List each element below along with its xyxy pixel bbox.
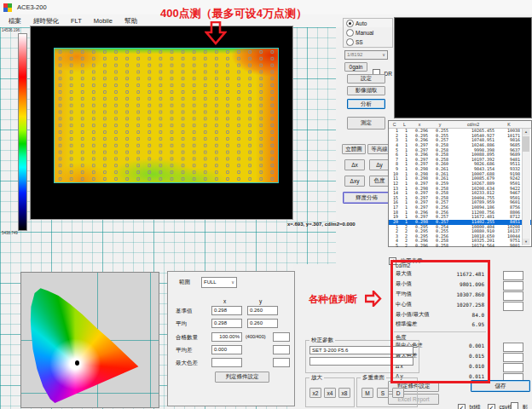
range-value: 1/8192 xyxy=(347,51,362,59)
solid-view-button[interactable]: 立體圖 xyxy=(342,144,366,154)
zoom-button-x2[interactable]: x2 xyxy=(309,388,321,398)
pass-count-field: 100.00% xyxy=(211,332,242,342)
table-header-cell: L xyxy=(400,122,409,127)
zoom-button-group: x2x4x8 xyxy=(309,388,350,398)
zero-gain-button[interactable]: 0gain xyxy=(344,62,367,72)
zoom-label: 放大 xyxy=(309,374,324,381)
annotation-right-arrow-icon xyxy=(365,291,382,307)
menu-item[interactable]: 檔案 xyxy=(3,15,27,27)
multi-screen-button-d[interactable]: D xyxy=(392,388,404,398)
judge-condition-button[interactable]: 判定條件設定 xyxy=(215,372,269,383)
delta-y-button[interactable]: Δy xyxy=(369,159,390,170)
range-dropdown[interactable]: 1/8192 ∨ xyxy=(344,50,388,60)
table-header-cell: x xyxy=(409,122,430,127)
mode-radio-ss[interactable]: SS xyxy=(346,38,363,46)
colorbar-max-label: 14536.196 xyxy=(2,28,20,32)
reference-y-field[interactable]: 0.260 xyxy=(247,306,278,315)
table-header-cell: y xyxy=(430,122,450,127)
table-row[interactable]: 520.2960.25810174.5649801 xyxy=(389,244,531,249)
judge-indicator-box xyxy=(503,343,523,352)
scrollbar-thumb[interactable] xyxy=(523,136,529,152)
image-file-checkbox-row[interactable]: 影像檔 xyxy=(511,397,532,409)
col-y-header: y xyxy=(259,298,262,304)
delta-xy-button[interactable]: Δxy xyxy=(344,176,365,187)
heatmap-panel[interactable] xyxy=(30,26,293,220)
table-cell: 0.296 xyxy=(409,244,430,249)
avg-diff-field: 0.000 xyxy=(211,345,242,354)
judge-indicator-box xyxy=(503,363,523,372)
table-header-cell: C xyxy=(389,122,400,127)
average-x-field[interactable]: 0.298 xyxy=(211,319,242,328)
cie-horseshoe-whitepoint xyxy=(30,279,149,404)
table-header-cell: K xyxy=(496,122,522,127)
chevron-down-icon: ∨ xyxy=(382,51,385,59)
image-file-checkbox[interactable] xyxy=(511,402,518,409)
reference-label: 基準值 xyxy=(176,308,193,315)
settings-button[interactable]: 設定 xyxy=(347,74,385,84)
csv-file-checkbox[interactable]: ✓ xyxy=(488,404,495,409)
app-window: ACE3-200 檔案經時變化FLTMobile幫助 14536.196 543… xyxy=(0,0,532,409)
radio-icon[interactable] xyxy=(346,29,354,37)
radio-icon[interactable] xyxy=(346,38,354,46)
table-cell: 0.258 xyxy=(430,244,450,249)
mode-radio-label: Auto xyxy=(356,20,367,26)
mode-radio-auto[interactable]: Auto xyxy=(346,20,367,27)
max-color-diff-label: 最大色差 xyxy=(176,360,198,367)
table-cell: 9801 xyxy=(496,244,522,249)
capture-button[interactable]: 影像擷取 xyxy=(347,86,385,95)
mode-radio-manual[interactable]: Manual xyxy=(346,29,373,37)
window-title: ACE3-200 xyxy=(17,3,47,11)
pass-count-detail: (400/400) xyxy=(246,334,266,339)
multi-screen-button-s[interactable]: S xyxy=(377,388,389,398)
chevron-down-icon: ∨ xyxy=(231,279,234,286)
pass-count-label: 合格數量 xyxy=(176,334,198,342)
txt-file-checkbox[interactable]: ✓ xyxy=(458,404,466,409)
zoom-button-x8[interactable]: x8 xyxy=(338,388,350,398)
colorbar-gradient xyxy=(18,33,27,231)
scroll-up-icon[interactable]: ▲ xyxy=(523,129,529,135)
multi-screen-label: 多重畫面 xyxy=(361,374,386,381)
multi-screen-button-group: MSD xyxy=(361,388,404,398)
max-color-diff-field xyxy=(211,358,242,367)
judge-indicator-box xyxy=(503,281,523,291)
analyze-button[interactable]: 分析 xyxy=(347,99,385,109)
cie-measurement-dot xyxy=(75,360,79,366)
txt-file-label: txt檔 xyxy=(469,404,480,409)
judge-indicator-box xyxy=(503,353,523,362)
zoom-button-x4[interactable]: x4 xyxy=(324,388,336,398)
measurement-table-body: 110.2960.25510265.45510038210.2950.25510… xyxy=(389,129,531,249)
cie-gridline-horizontal xyxy=(21,393,159,394)
multi-screen-button-m[interactable]: M xyxy=(361,388,373,398)
measure-button[interactable]: 測定 xyxy=(347,117,385,130)
luminance-dist-button[interactable]: 輝度分佈 xyxy=(343,192,390,204)
mode-radio-label: Manual xyxy=(356,30,373,36)
calibration-label: 校正參數 xyxy=(309,337,335,343)
txt-file-checkbox-row[interactable]: ✓ txt檔 xyxy=(458,397,481,409)
mode-radio-group: AutoManualSS xyxy=(346,20,373,46)
table-header-cell: cd/m2 xyxy=(450,122,496,127)
range-select-value: FULL xyxy=(204,279,217,286)
table-scrollbar[interactable]: ▲ ▼ xyxy=(522,129,530,245)
judge-indicator-box xyxy=(273,358,290,367)
range-select-label: 範圍 xyxy=(179,279,190,286)
camera-preview xyxy=(394,17,532,118)
range-select-dropdown[interactable]: FULL ∨ xyxy=(201,277,237,288)
measurement-points-grid xyxy=(55,49,278,182)
reference-x-field[interactable]: 0.298 xyxy=(211,306,242,315)
annotation-down-arrow-icon xyxy=(205,21,227,45)
measurement-table: CLxycd/m2K 110.2960.25510265.45510038210… xyxy=(388,120,532,247)
annotation-top-text: 400点测（最多可设4万点测） xyxy=(160,6,307,21)
radio-icon[interactable] xyxy=(346,20,354,27)
mode-radio-label: SS xyxy=(356,39,363,45)
table-cell: 5 xyxy=(389,244,400,249)
csv-file-checkbox-row[interactable]: ✓ csv檔 xyxy=(488,397,513,409)
scroll-down-icon[interactable]: ▼ xyxy=(523,239,529,245)
chroma-button[interactable]: 色度 xyxy=(369,176,390,187)
col-x-header: x xyxy=(223,298,226,304)
annotation-side-text: 各种值判断 xyxy=(309,293,358,306)
average-y-field[interactable]: 0.260 xyxy=(247,319,278,328)
cie-diagram-panel[interactable] xyxy=(20,272,159,408)
table-cell: 10174.564 xyxy=(450,244,496,249)
judge-indicator-box xyxy=(273,332,290,342)
delta-x-button[interactable]: Δx xyxy=(344,159,365,170)
